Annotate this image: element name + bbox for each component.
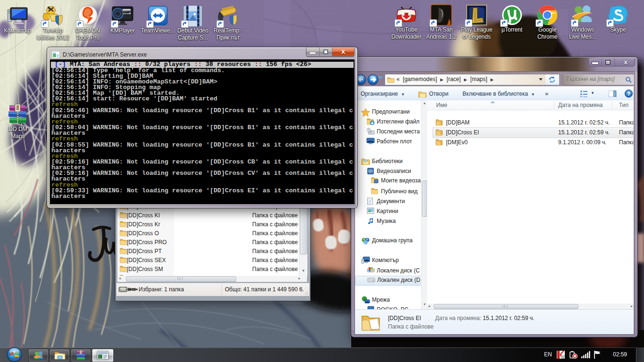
svg-text:KMP: KMP [123,10,131,14]
svg-text:?: ? [627,91,630,97]
